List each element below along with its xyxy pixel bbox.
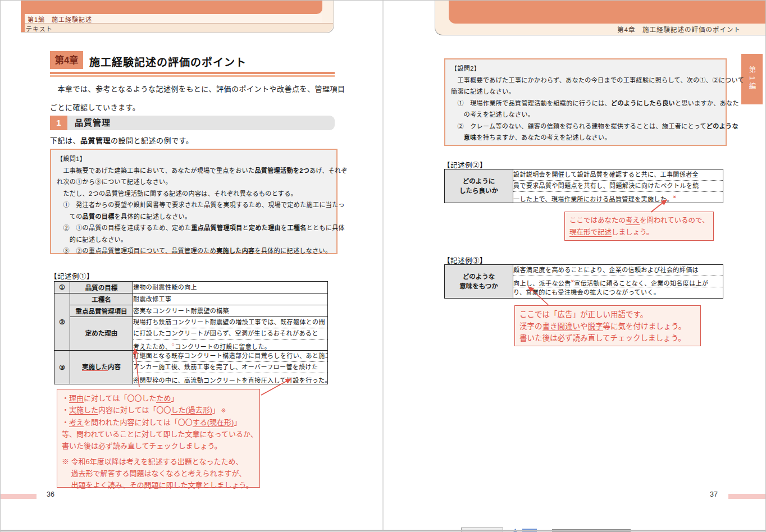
table-row: 重点品質管理項目 密実なコンクリート耐震壁の構築	[54, 305, 328, 317]
left-page: 第1編 施工経験記述 テキスト 第4章 施工経験記述の評価のポイント 本章では、…	[1, 1, 384, 532]
row-value: 設計説明会を開催して設計品質を確認すると共に、工事関係者全員で要求品質や問題点を…	[513, 169, 723, 203]
textbook-spread: 第1編 施工経験記述 テキスト 第4章 施工経験記述の評価のポイント 本章では、…	[0, 0, 766, 532]
chapter-title: 施工経験記述の評価のポイント	[89, 54, 247, 69]
row-value: 打継面となる既存コンクリート構造部分に目荒らしを行い、あと施工アンカー施工後、鉄…	[133, 351, 328, 384]
chapter-intro: 本章では、参考となるような記述例をもとに、評価のポイントや改善点を、管理項目ごと…	[50, 80, 338, 117]
row-label: 定めた理由	[70, 317, 133, 351]
table-row: どのようにしたら良いか 設計説明会を開催して設計品質を確認すると共に、工事関係者…	[445, 169, 723, 203]
page-gutter-divider	[382, 1, 384, 530]
page-number: 37	[710, 490, 718, 498]
header-band2	[25, 24, 333, 32]
example1-table: ① 品質の目標 建物の耐震性能の向上 ② 工種名 耐震改修工事 重点品質管理項目…	[54, 281, 328, 384]
row-label: 工種名	[70, 293, 133, 305]
row-value: 密実なコンクリート耐震壁の構築	[133, 305, 328, 317]
table-row: どのような意味をもつか 顧客満足度を高めることにより、企業の信頼および社会的評価…	[445, 265, 723, 299]
left-running-header: 第1編 施工経験記述 テキスト	[21, 0, 334, 33]
footer-pink-bar	[1, 494, 37, 499]
row-label: 重点品質管理項目	[70, 305, 133, 317]
right-page: 第4章 施工経験記述の評価のポイント 第1編 【設問2】 工事概要であげた工事に…	[384, 1, 766, 532]
edition-side-tab: 第1編	[741, 54, 763, 104]
right-running-header: 第4章 施工経験記述の評価のポイント	[435, 0, 766, 35]
row-value: 現場打ち鉄筋コンクリート耐震壁の増設工事では、既存躯体との間に打設したコンクリー…	[133, 317, 328, 351]
running-header-subtitle: テキスト	[26, 24, 53, 33]
row-label: どのようにしたら良いか	[445, 169, 513, 203]
row-number: ①	[54, 282, 70, 293]
example2-table: どのようにしたら良いか 設計説明会を開催して設計品質を確認すると共に、工事関係者…	[444, 169, 723, 203]
row-number: ②	[54, 293, 70, 351]
header-salmon-bar	[449, 0, 766, 24]
running-header-title: 第4章 施工経験記述の評価のポイント	[617, 25, 741, 34]
advice-note-1: ・理由に対しては「〇〇したため」・実施した内容に対しては「〇〇した(過去形)」 …	[57, 389, 260, 488]
section-number: 1	[50, 116, 67, 130]
page-number: 36	[47, 490, 54, 498]
row-label: どのような意味をもつか	[445, 265, 513, 299]
row-value: 建物の耐震性能の向上	[133, 282, 328, 293]
row-label: 実施した内容	[70, 351, 133, 384]
section-title: 品質管理	[75, 116, 111, 130]
row-label: 品質の目標	[70, 282, 133, 293]
table-row: ① 品質の目標 建物の耐震性能の向上	[54, 282, 328, 293]
example3-table: どのような意味をもつか 顧客満足度を高めることにより、企業の信頼および社会的評価…	[444, 264, 723, 299]
row-number: ③	[54, 351, 70, 384]
section-lead: 下記は、品質管理の設問と記述の例です。	[50, 135, 193, 146]
running-header-part: 第1編 施工経験記述	[28, 15, 92, 24]
table-row: ③ 実施した内容 打継面となる既存コンクリート構造部分に目荒らしを行い、あと施工…	[54, 351, 328, 384]
row-value: 顧客満足度を高めることにより、企業の信頼および社会的評価は向上し、派手な公告×宣…	[513, 265, 723, 299]
chapter-rule-bottom	[50, 75, 335, 77]
question2-box: 【設問2】 工事概要であげた工事にかかわらず、あなたの今日までの工事経験に照らし…	[444, 58, 727, 146]
chapter-number-badge: 第4章	[50, 51, 83, 69]
advice-note-2: ここではあなたの考えを問われているので、現在形で記述しましょう。	[564, 212, 714, 241]
question1-box: 【設問1】 工事概要であげた建築工事において、あなたが現場で重点をおいた品質管理…	[50, 149, 338, 254]
chapter-rule-top	[50, 72, 335, 74]
table-row: 定めた理由 現場打ち鉄筋コンクリート耐震壁の増設工事では、既存躯体との間に打設し…	[54, 317, 328, 351]
footer-pink-bar	[728, 494, 766, 499]
row-value: 耐震改修工事	[133, 293, 328, 305]
table-row: ② 工種名 耐震改修工事	[54, 293, 328, 305]
header-salmon-bar	[21, 0, 322, 14]
page-bottom-edge	[1, 530, 766, 531]
example1-heading: 【記述例①】	[50, 270, 94, 281]
advice-note-3: ここでは「広告」が正しい用語です。漢字の書き間違いや脱字等に気を付けましょう。書…	[514, 305, 701, 346]
header-salmon-strip	[21, 0, 25, 32]
